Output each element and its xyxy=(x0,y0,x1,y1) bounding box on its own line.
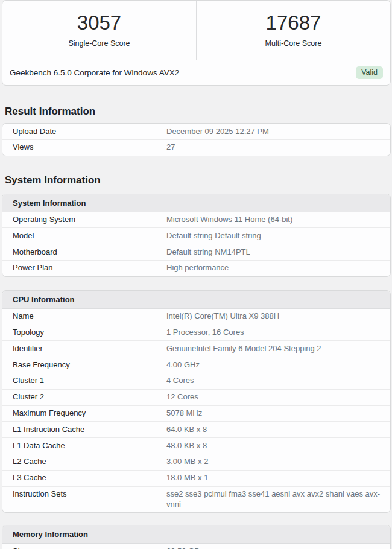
result-information-heading: Result Information xyxy=(0,106,392,118)
table-row: L3 Cache 18.0 MB x 1 xyxy=(2,470,390,486)
row-label: Power Plan xyxy=(2,263,166,273)
card-header: Memory Information xyxy=(2,525,390,544)
table-row: Cluster 1 4 Cores xyxy=(2,373,390,389)
table-row: L2 Cache 3.00 MB x 2 xyxy=(2,454,390,470)
score-summary-card: 3057 Single-Core Score 17687 Multi-Core … xyxy=(2,0,391,86)
row-label: L3 Cache xyxy=(2,473,166,483)
row-value: 64.0 KB x 8 xyxy=(166,425,390,435)
row-label: Base Frequency xyxy=(2,360,166,370)
system-information-card: System Information Operating System Micr… xyxy=(2,194,391,277)
table-row: Motherboard Default string NM14PTL xyxy=(2,244,390,260)
multi-core-score-cell: 17687 Multi-Core Score xyxy=(197,1,390,60)
table-row: Name Intel(R) Core(TM) Ultra X9 388H xyxy=(2,309,390,325)
row-label: Operating System xyxy=(2,215,166,225)
row-label: Cluster 2 xyxy=(2,392,166,402)
row-value: Default string Default string xyxy=(166,231,390,241)
table-row: Views 27 xyxy=(2,139,390,156)
row-value: December 09 2025 12:27 PM xyxy=(166,127,390,137)
row-value: High performance xyxy=(166,263,390,273)
row-value: 27 xyxy=(166,142,390,153)
table-row: Operating System Microsoft Windows 11 Ho… xyxy=(2,212,390,228)
row-value: Microsoft Windows 11 Home (64-bit) xyxy=(166,215,390,225)
row-value: 63.50 GB xyxy=(166,547,390,549)
row-label: Name xyxy=(2,311,166,322)
valid-status-badge: Valid xyxy=(356,66,383,79)
table-row: Identifier GenuineIntel Family 6 Model 2… xyxy=(2,340,390,357)
table-row: Model Default string Default string xyxy=(2,227,390,244)
single-core-score-cell: 3057 Single-Core Score xyxy=(2,1,197,60)
table-row: Maximum Frequency 5078 MHz xyxy=(2,405,390,422)
row-value: 4.00 GHz xyxy=(166,360,390,370)
card-header: System Information xyxy=(2,194,390,212)
row-label: Maximum Frequency xyxy=(2,408,166,419)
single-core-score-value: 3057 xyxy=(77,13,121,34)
row-label: Motherboard xyxy=(2,247,166,258)
table-row: Topology 1 Processor, 16 Cores xyxy=(2,325,390,341)
result-information-card: Upload Date December 09 2025 12:27 PM Vi… xyxy=(2,123,391,156)
row-value: GenuineIntel Family 6 Model 204 Stepping… xyxy=(166,344,390,354)
table-row: Size 63.50 GB xyxy=(2,544,390,549)
row-label: Cluster 1 xyxy=(2,376,166,386)
score-row: 3057 Single-Core Score 17687 Multi-Core … xyxy=(2,1,390,60)
multi-core-score-value: 17687 xyxy=(266,13,321,34)
row-value: 5078 MHz xyxy=(166,408,390,419)
table-row: Upload Date December 09 2025 12:27 PM xyxy=(2,124,390,139)
row-label: L1 Data Cache xyxy=(2,441,166,451)
row-value: sse2 sse3 pclmul fma3 sse41 aesni avx av… xyxy=(166,489,390,510)
table-row: Cluster 2 12 Cores xyxy=(2,389,390,405)
cpu-information-card: CPU Information Name Intel(R) Core(TM) U… xyxy=(2,290,391,513)
row-label: Views xyxy=(2,142,166,153)
table-row: Base Frequency 4.00 GHz xyxy=(2,357,390,373)
row-label: Instruction Sets xyxy=(2,489,166,510)
benchmark-version-text: Geekbench 6.5.0 Corporate for Windows AV… xyxy=(10,68,179,77)
row-value: Intel(R) Core(TM) Ultra X9 388H xyxy=(166,311,390,322)
row-label: Model xyxy=(2,231,166,241)
row-value: 1 Processor, 16 Cores xyxy=(166,328,390,338)
row-value: 48.0 KB x 8 xyxy=(166,441,390,451)
row-label: Upload Date xyxy=(2,127,166,137)
row-label: L1 Instruction Cache xyxy=(2,425,166,435)
table-row: L1 Data Cache 48.0 KB x 8 xyxy=(2,437,390,454)
multi-core-score-label: Multi-Core Score xyxy=(265,39,322,48)
table-row: Power Plan High performance xyxy=(2,260,390,276)
row-value: 18.0 MB x 1 xyxy=(166,473,390,483)
table-row: L1 Instruction Cache 64.0 KB x 8 xyxy=(2,421,390,437)
row-label: L2 Cache xyxy=(2,457,166,467)
benchmark-version-row: Geekbench 6.5.0 Corporate for Windows AV… xyxy=(2,60,390,85)
row-label: Identifier xyxy=(2,344,166,354)
row-value: Default string NM14PTL xyxy=(166,247,390,258)
row-value: 12 Cores xyxy=(166,392,390,402)
row-label: Topology xyxy=(2,328,166,338)
row-value: 3.00 MB x 2 xyxy=(166,457,390,467)
card-header: CPU Information xyxy=(2,291,390,309)
system-information-heading: System Information xyxy=(0,174,392,186)
single-core-score-label: Single-Core Score xyxy=(68,39,130,48)
table-row: Instruction Sets sse2 sse3 pclmul fma3 s… xyxy=(2,486,390,513)
row-value: 4 Cores xyxy=(166,376,390,386)
memory-information-card: Memory Information Size 63.50 GB xyxy=(2,525,391,549)
row-label: Size xyxy=(2,547,166,549)
